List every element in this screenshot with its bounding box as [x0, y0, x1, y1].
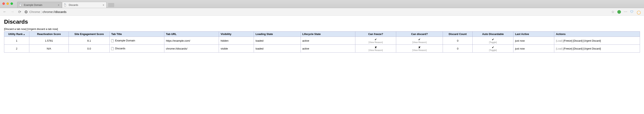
maximize-window-icon[interactable]: [10, 2, 13, 5]
close-tab-icon[interactable]: ×: [103, 4, 104, 7]
cell-can-freeze: ✘[View Reason]: [355, 45, 396, 52]
minimize-window-icon[interactable]: [6, 2, 9, 5]
discard-action[interactable]: [Discard]: [573, 40, 582, 42]
url-scheme: Chrome: [29, 10, 40, 14]
url-path: discards: [55, 10, 66, 14]
col-last-active[interactable]: Last Active: [514, 32, 554, 37]
page-content: Discards [Discard a tab now] [Urgent dis…: [0, 16, 644, 56]
view-reason-link[interactable]: [View Reason]: [412, 49, 427, 51]
back-button[interactable]: ←: [2, 9, 7, 14]
cell-can-freeze: ✔[View Reason]: [355, 37, 396, 45]
cell-tab-url: https://example.com/: [164, 37, 219, 45]
cell-last-active: just now: [514, 45, 554, 52]
discard-action-links: [Discard a tab now] [Urgent discard a ta…: [4, 28, 640, 30]
col-tab-title[interactable]: Tab Title: [110, 32, 164, 37]
svg-point-1: [26, 11, 27, 12]
check-icon: ✔: [418, 38, 421, 41]
col-site-engagement[interactable]: Site Engagement Score: [69, 32, 110, 37]
urgent-discard-tab-now-link[interactable]: [Urgent discard a tab now]: [27, 28, 58, 30]
col-can-discard[interactable]: Can discard?: [396, 32, 443, 37]
freeze-action[interactable]: [Freeze]: [563, 47, 572, 50]
col-loading-state[interactable]: Loading State: [254, 32, 300, 37]
page-icon: [111, 47, 114, 50]
browser-tab-0[interactable]: Example Domain ×: [17, 2, 62, 8]
discards-table: Utility Rank▲ Reactivation Score Site En…: [4, 31, 640, 52]
check-icon: ✔: [492, 46, 494, 49]
address-bar[interactable]: Chrome | chrome://discards: [24, 10, 609, 14]
cell-reactivation: N/A: [29, 45, 69, 52]
cell-auto-discardable: ✔[Toggle]: [472, 37, 514, 45]
freeze-action[interactable]: [Freeze]: [563, 40, 572, 42]
load-action[interactable]: [Load]: [556, 47, 562, 50]
view-reason-link[interactable]: [View Reason]: [412, 41, 427, 44]
cell-visibility: visible: [219, 45, 254, 52]
browser-toolbar: ← → ⟳ Chrome | chrome://discards ☆ ••• 🛡…: [0, 8, 644, 16]
traffic-lights: [2, 2, 13, 5]
table-row: 11.57818.1Example Domainhttps://example.…: [4, 37, 640, 45]
chrome-icon: [24, 10, 28, 14]
bookmark-star-icon[interactable]: ☆: [611, 10, 614, 14]
cell-engagement: 0.0: [69, 45, 110, 52]
cell-discard-count: 0: [443, 45, 472, 52]
toggle-link[interactable]: [Toggle]: [489, 41, 497, 44]
cell-tab-title: Example Domain: [110, 37, 164, 45]
close-window-icon[interactable]: [2, 2, 5, 5]
extension-icon[interactable]: [617, 10, 621, 14]
cell-rank: 2: [4, 45, 29, 52]
check-icon: ✔: [374, 38, 377, 41]
url-host: chrome://: [42, 10, 55, 14]
extension-icon[interactable]: •••: [624, 10, 628, 14]
urgent-discard-action[interactable]: [Urgent Discard]: [583, 47, 601, 50]
cell-visibility: hidden: [219, 37, 254, 45]
col-visibility[interactable]: Visibility: [219, 32, 254, 37]
col-actions[interactable]: Actions: [554, 32, 640, 37]
toggle-link[interactable]: [Toggle]: [489, 49, 497, 51]
discard-tab-now-link[interactable]: [Discard a tab now]: [4, 28, 26, 30]
cell-last-active: just now: [514, 37, 554, 45]
window-titlebar: Example Domain × Discards ×: [0, 0, 644, 8]
table-header-row: Utility Rank▲ Reactivation Score Site En…: [4, 32, 640, 37]
toolbar-right: ☆ ••• 🛡 ◯: [611, 10, 642, 14]
sort-asc-icon: ▲: [23, 33, 25, 35]
cell-lifecycle: active: [300, 45, 355, 52]
extension-icon[interactable]: ◯: [637, 10, 640, 14]
col-reactivation-score[interactable]: Reactivation Score: [29, 32, 69, 37]
urgent-discard-action[interactable]: [Urgent Discard]: [583, 40, 601, 42]
col-discard-count[interactable]: Discard Count: [443, 32, 472, 37]
cell-rank: 1: [4, 37, 29, 45]
shield-icon[interactable]: 🛡: [630, 10, 634, 14]
col-auto-discardable[interactable]: Auto Discardable: [472, 32, 514, 37]
cell-tab-title: Discards: [110, 45, 164, 52]
cell-actions: [Load] [Freeze] [Discard] [Urgent Discar…: [554, 45, 640, 52]
cell-tab-url: chrome://discards/: [164, 45, 219, 52]
new-tab-button[interactable]: [108, 3, 114, 7]
page-icon: [64, 4, 67, 6]
cell-can-discard: ✘[View Reason]: [396, 45, 443, 52]
close-tab-icon[interactable]: ×: [58, 4, 60, 7]
col-utility-rank[interactable]: Utility Rank▲: [4, 32, 29, 37]
cross-icon: ✘: [374, 46, 377, 49]
forward-button[interactable]: →: [10, 9, 15, 14]
load-action[interactable]: [Load]: [556, 40, 562, 42]
cell-auto-discardable: ✔[Toggle]: [472, 45, 514, 52]
discard-action[interactable]: [Discard]: [573, 47, 582, 50]
cell-loading: loaded: [254, 37, 300, 45]
view-reason-link[interactable]: [View Reason]: [368, 41, 383, 44]
view-reason-link[interactable]: [View Reason]: [368, 49, 383, 51]
col-lifecycle-state[interactable]: Lifecycle State: [300, 32, 355, 37]
browser-tab-1[interactable]: Discards ×: [62, 2, 106, 8]
cell-actions: [Load] [Freeze] [Discard] [Urgent Discar…: [554, 37, 640, 45]
cell-engagement: 8.1: [69, 37, 110, 45]
tab-strip: Example Domain × Discards ×: [17, 2, 114, 8]
col-tab-url[interactable]: Tab URL: [164, 32, 219, 37]
cell-can-discard: ✔[View Reason]: [396, 37, 443, 45]
page-icon: [20, 4, 22, 6]
cell-loading: loaded: [254, 45, 300, 52]
cell-lifecycle: active: [300, 37, 355, 45]
page-icon: [111, 39, 114, 42]
table-row: 2N/A0.0Discardschrome://discards/visible…: [4, 45, 640, 52]
reload-button[interactable]: ⟳: [18, 9, 22, 14]
tab-title: Discards: [69, 4, 78, 6]
col-can-freeze[interactable]: Can freeze?: [355, 32, 396, 37]
check-icon: ✔: [492, 38, 494, 41]
